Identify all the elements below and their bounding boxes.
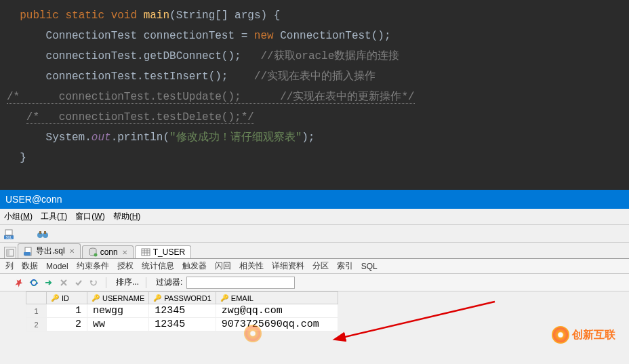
code-line[interactable]: /* connectionTest.testUpdate(); //实现在表中的… <box>0 87 629 107</box>
svg-rect-13 <box>142 249 150 256</box>
toolbar: SQL <box>0 225 629 243</box>
data-table[interactable]: 🔑ID 🔑USERNAME 🔑PASSWORD1 🔑EMAIL 1 1 newg… <box>26 291 338 331</box>
svg-rect-10 <box>24 252 31 256</box>
filter-label: 过滤器: <box>156 277 182 288</box>
sub-nav-sql[interactable]: SQL <box>360 262 379 271</box>
sub-nav-stats[interactable]: 统计信息 <box>140 260 176 272</box>
watermark-small-icon <box>244 325 263 344</box>
delete-icon[interactable] <box>58 277 69 288</box>
close-icon[interactable]: ✕ <box>122 249 127 256</box>
connection-title-bar: USER@conn <box>0 190 629 209</box>
sub-nav-flashback[interactable]: 闪回 <box>214 260 232 272</box>
cell-username[interactable]: newgg <box>87 304 149 318</box>
col-email[interactable]: 🔑EMAIL <box>216 292 338 304</box>
db-icon <box>88 247 98 257</box>
sub-nav-columns[interactable]: 列 <box>4 260 15 272</box>
code-line[interactable]: System.out.println("修改成功！请仔细观察表"); <box>0 127 629 148</box>
tab-label: 导出.sql <box>36 245 65 257</box>
cell-email[interactable]: zwg@qq.com <box>216 304 338 318</box>
svg-rect-5 <box>39 231 41 234</box>
svg-rect-6 <box>44 231 46 234</box>
refresh-icon[interactable] <box>28 277 39 288</box>
sql-file-icon <box>24 247 33 256</box>
svg-rect-2 <box>5 230 12 235</box>
watermark: 创新互联 <box>552 326 615 344</box>
table-row[interactable]: 1 1 newgg 12345 zwg@qq.com <box>26 304 338 318</box>
cell-password[interactable]: 12345 <box>149 304 216 318</box>
tab-label: T_USER <box>153 247 185 257</box>
binoculars-icon[interactable] <box>37 228 49 240</box>
watermark-text: 创新互联 <box>572 328 615 342</box>
sql-icon[interactable]: SQL <box>4 228 16 240</box>
menu-bar: 小组(M) 工具(T) 窗口(W) 帮助(H) <box>0 209 629 225</box>
sub-nav-grants[interactable]: 授权 <box>116 260 135 272</box>
cell-username[interactable]: ww <box>87 318 149 331</box>
sub-nav-deps[interactable]: 相关性 <box>238 260 265 272</box>
svg-text:SQL: SQL <box>5 236 12 239</box>
col-username[interactable]: 🔑USERNAME <box>87 292 149 304</box>
code-line[interactable]: /* connectionTest.testDelete();*/ <box>0 107 629 127</box>
sub-nav: 列 数据 Model 约束条件 授权 统计信息 触发器 闪回 相关性 详细资料 … <box>0 259 629 274</box>
table-row[interactable]: 2 2 ww 12345 9073725690qq.com <box>26 318 338 331</box>
cell-email[interactable]: 9073725690qq.com <box>216 318 338 331</box>
cell-id[interactable]: 1 <box>47 304 87 318</box>
menu-group[interactable]: 小组(M) <box>4 211 33 222</box>
sort-button[interactable]: 排序... <box>116 277 139 288</box>
code-line[interactable]: ConnectionTest connectionTest = new Conn… <box>0 26 629 46</box>
commit-icon[interactable] <box>73 277 84 288</box>
rollback-icon[interactable] <box>88 277 99 288</box>
sub-nav-partitions[interactable]: 分区 <box>311 260 330 272</box>
svg-rect-8 <box>7 249 9 256</box>
code-line[interactable]: public static void main(String[] args) { <box>0 5 629 26</box>
tab-conn[interactable]: conn ✕ <box>82 245 134 258</box>
watermark-logo-icon <box>552 326 569 344</box>
connection-title: USER@conn <box>5 194 62 205</box>
tab-label: conn <box>100 247 118 257</box>
sub-nav-constraints[interactable]: 约束条件 <box>75 260 110 272</box>
tabs-bar: 导出.sql ✕ conn ✕ T_USER <box>0 243 629 259</box>
code-line[interactable]: } <box>0 148 629 168</box>
close-icon[interactable]: ✕ <box>69 247 75 255</box>
cell-password[interactable]: 12345 <box>149 318 216 331</box>
panel-toggle-icon[interactable] <box>4 247 16 258</box>
sub-nav-data[interactable]: 数据 <box>20 260 39 272</box>
action-bar: 排序... 过滤器: <box>0 274 629 291</box>
annotation-arrow <box>332 298 502 346</box>
sub-nav-indexes[interactable]: 索引 <box>336 260 354 272</box>
svg-point-12 <box>94 254 97 257</box>
col-id[interactable]: 🔑ID <box>47 292 87 304</box>
sub-nav-model[interactable]: Model <box>45 262 70 271</box>
tab-export-sql[interactable]: 导出.sql ✕ <box>18 243 81 258</box>
cell-id[interactable]: 2 <box>47 318 87 331</box>
svg-line-18 <box>342 302 495 338</box>
code-line[interactable]: connectionTest.testInsert(); //实现在表中的插入操… <box>0 66 629 87</box>
table-header-row: 🔑ID 🔑USERNAME 🔑PASSWORD1 🔑EMAIL <box>26 292 338 304</box>
arrow-icon[interactable] <box>43 277 54 288</box>
code-line[interactable]: connectionTest.getDBConnect(); //获取oracl… <box>0 46 629 66</box>
row-number: 2 <box>26 318 47 331</box>
sub-nav-triggers[interactable]: 触发器 <box>181 260 208 272</box>
menu-tools[interactable]: 工具(T) <box>41 211 67 222</box>
menu-window[interactable]: 窗口(W) <box>75 211 104 222</box>
pin-icon[interactable] <box>14 277 24 288</box>
row-number: 1 <box>26 304 47 318</box>
sub-nav-details[interactable]: 详细资料 <box>270 260 306 272</box>
code-editor[interactable]: public static void main(String[] args) {… <box>0 0 629 190</box>
col-password[interactable]: 🔑PASSWORD1 <box>149 292 216 304</box>
table-icon <box>141 247 150 257</box>
menu-help[interactable]: 帮助(H) <box>113 211 141 222</box>
filter-input[interactable] <box>186 277 295 289</box>
tab-t-user[interactable]: T_USER <box>135 245 191 258</box>
